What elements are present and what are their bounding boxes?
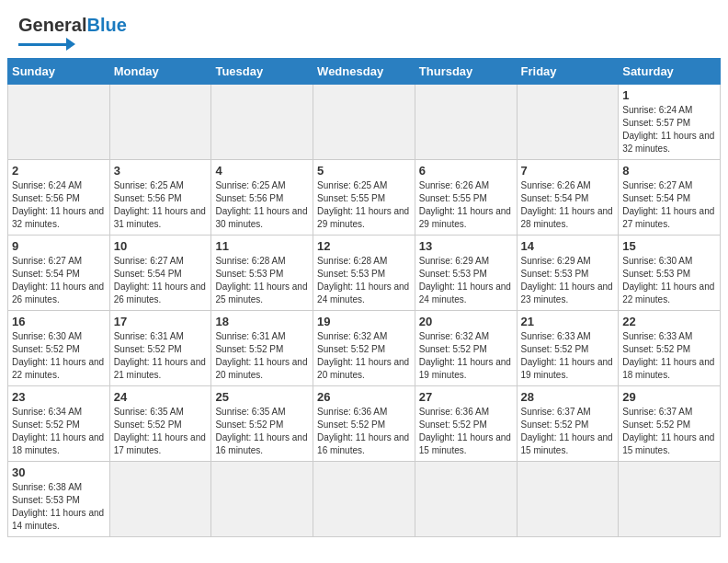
day-number: 19	[317, 315, 411, 328]
day-info: Sunrise: 6:27 AMSunset: 5:54 PMDaylight:…	[114, 255, 208, 306]
col-thursday: Thursday	[415, 59, 517, 85]
table-row: 28Sunrise: 6:37 AMSunset: 5:52 PMDayligh…	[517, 386, 619, 462]
day-info: Sunrise: 6:35 AMSunset: 5:52 PMDaylight:…	[114, 406, 208, 457]
day-number: 26	[317, 390, 411, 404]
table-row: 21Sunrise: 6:33 AMSunset: 5:52 PMDayligh…	[517, 311, 619, 386]
table-row: 20Sunrise: 6:32 AMSunset: 5:52 PMDayligh…	[415, 311, 517, 386]
day-number: 30	[12, 465, 106, 479]
table-row: 11Sunrise: 6:28 AMSunset: 5:53 PMDayligh…	[211, 236, 313, 311]
table-row: 30Sunrise: 6:38 AMSunset: 5:53 PMDayligh…	[8, 462, 110, 537]
day-number: 16	[12, 315, 106, 328]
page: General Blue Sunday Monday Tuesday We	[0, 0, 728, 563]
table-row	[8, 85, 110, 160]
day-number: 12	[317, 239, 411, 253]
day-number: 13	[419, 239, 513, 253]
day-info: Sunrise: 6:27 AMSunset: 5:54 PMDaylight:…	[622, 179, 716, 231]
day-number: 28	[521, 390, 615, 404]
day-info: Sunrise: 6:26 AMSunset: 5:55 PMDaylight:…	[419, 179, 513, 231]
table-row	[415, 462, 517, 537]
day-info: Sunrise: 6:30 AMSunset: 5:53 PMDaylight:…	[622, 255, 716, 306]
day-number: 2	[12, 164, 106, 178]
table-row	[109, 462, 211, 537]
day-info: Sunrise: 6:32 AMSunset: 5:52 PMDaylight:…	[317, 330, 411, 382]
calendar-week-row: 9Sunrise: 6:27 AMSunset: 5:54 PMDaylight…	[8, 236, 721, 311]
col-wednesday: Wednesday	[313, 59, 415, 85]
col-sunday: Sunday	[8, 59, 110, 85]
calendar-week-row: 1Sunrise: 6:24 AMSunset: 5:57 PMDaylight…	[8, 85, 721, 160]
day-info: Sunrise: 6:31 AMSunset: 5:52 PMDaylight:…	[215, 330, 309, 382]
day-number: 24	[114, 390, 208, 404]
table-row: 23Sunrise: 6:34 AMSunset: 5:52 PMDayligh…	[8, 386, 110, 462]
day-number: 6	[419, 164, 513, 178]
day-info: Sunrise: 6:28 AMSunset: 5:53 PMDaylight:…	[215, 255, 309, 306]
day-info: Sunrise: 6:33 AMSunset: 5:52 PMDaylight:…	[521, 330, 615, 382]
table-row: 7Sunrise: 6:26 AMSunset: 5:54 PMDaylight…	[517, 160, 619, 236]
day-number: 14	[521, 239, 615, 253]
col-tuesday: Tuesday	[211, 59, 313, 85]
day-number: 18	[215, 315, 309, 328]
day-number: 5	[317, 164, 411, 178]
calendar-week-row: 2Sunrise: 6:24 AMSunset: 5:56 PMDaylight…	[8, 160, 721, 236]
day-info: Sunrise: 6:28 AMSunset: 5:53 PMDaylight:…	[317, 255, 411, 306]
table-row: 1Sunrise: 6:24 AMSunset: 5:57 PMDaylight…	[619, 85, 721, 160]
day-info: Sunrise: 6:30 AMSunset: 5:52 PMDaylight:…	[12, 330, 106, 382]
table-row: 3Sunrise: 6:25 AMSunset: 5:56 PMDaylight…	[109, 160, 211, 236]
day-number: 25	[215, 390, 309, 404]
day-number: 27	[419, 390, 513, 404]
table-row	[517, 85, 619, 160]
table-row: 16Sunrise: 6:30 AMSunset: 5:52 PMDayligh…	[8, 311, 110, 386]
day-info: Sunrise: 6:29 AMSunset: 5:53 PMDaylight:…	[419, 255, 513, 306]
logo-blue: Blue	[86, 15, 126, 36]
calendar-week-row: 23Sunrise: 6:34 AMSunset: 5:52 PMDayligh…	[8, 386, 721, 462]
day-info: Sunrise: 6:25 AMSunset: 5:56 PMDaylight:…	[114, 179, 208, 231]
table-row: 17Sunrise: 6:31 AMSunset: 5:52 PMDayligh…	[109, 311, 211, 386]
day-info: Sunrise: 6:24 AMSunset: 5:57 PMDaylight:…	[622, 104, 716, 155]
table-row: 25Sunrise: 6:35 AMSunset: 5:52 PMDayligh…	[211, 386, 313, 462]
table-row: 10Sunrise: 6:27 AMSunset: 5:54 PMDayligh…	[109, 236, 211, 311]
logo: General Blue	[18, 15, 127, 51]
table-row: 29Sunrise: 6:37 AMSunset: 5:52 PMDayligh…	[619, 386, 721, 462]
day-info: Sunrise: 6:26 AMSunset: 5:54 PMDaylight:…	[521, 179, 615, 231]
day-info: Sunrise: 6:36 AMSunset: 5:52 PMDaylight:…	[317, 406, 411, 457]
day-number: 7	[521, 164, 615, 178]
table-row: 26Sunrise: 6:36 AMSunset: 5:52 PMDayligh…	[313, 386, 415, 462]
day-number: 9	[12, 239, 106, 253]
table-row: 8Sunrise: 6:27 AMSunset: 5:54 PMDaylight…	[619, 160, 721, 236]
day-info: Sunrise: 6:33 AMSunset: 5:52 PMDaylight:…	[622, 330, 716, 382]
col-saturday: Saturday	[619, 59, 721, 85]
day-number: 22	[622, 315, 716, 328]
calendar-container: Sunday Monday Tuesday Wednesday Thursday…	[0, 58, 728, 545]
calendar-table: Sunday Monday Tuesday Wednesday Thursday…	[7, 58, 721, 537]
day-number: 23	[12, 390, 106, 404]
table-row: 9Sunrise: 6:27 AMSunset: 5:54 PMDaylight…	[8, 236, 110, 311]
table-row	[517, 462, 619, 537]
day-info: Sunrise: 6:27 AMSunset: 5:54 PMDaylight:…	[12, 255, 106, 306]
table-row: 27Sunrise: 6:36 AMSunset: 5:52 PMDayligh…	[415, 386, 517, 462]
day-info: Sunrise: 6:24 AMSunset: 5:56 PMDaylight:…	[12, 179, 106, 231]
day-info: Sunrise: 6:37 AMSunset: 5:52 PMDaylight:…	[622, 406, 716, 457]
table-row	[211, 85, 313, 160]
table-row	[415, 85, 517, 160]
table-row	[211, 462, 313, 537]
day-number: 10	[114, 239, 208, 253]
table-row: 14Sunrise: 6:29 AMSunset: 5:53 PMDayligh…	[517, 236, 619, 311]
day-info: Sunrise: 6:36 AMSunset: 5:52 PMDaylight:…	[419, 406, 513, 457]
calendar-week-row: 16Sunrise: 6:30 AMSunset: 5:52 PMDayligh…	[8, 311, 721, 386]
table-row: 2Sunrise: 6:24 AMSunset: 5:56 PMDaylight…	[8, 160, 110, 236]
day-number: 20	[419, 315, 513, 328]
day-number: 1	[622, 88, 716, 102]
table-row	[313, 462, 415, 537]
table-row: 5Sunrise: 6:25 AMSunset: 5:55 PMDaylight…	[313, 160, 415, 236]
day-info: Sunrise: 6:37 AMSunset: 5:52 PMDaylight:…	[521, 406, 615, 457]
col-monday: Monday	[109, 59, 211, 85]
day-number: 3	[114, 164, 208, 178]
day-info: Sunrise: 6:34 AMSunset: 5:52 PMDaylight:…	[12, 406, 106, 457]
table-row	[619, 462, 721, 537]
table-row: 6Sunrise: 6:26 AMSunset: 5:55 PMDaylight…	[415, 160, 517, 236]
day-info: Sunrise: 6:32 AMSunset: 5:52 PMDaylight:…	[419, 330, 513, 382]
table-row: 13Sunrise: 6:29 AMSunset: 5:53 PMDayligh…	[415, 236, 517, 311]
day-info: Sunrise: 6:29 AMSunset: 5:53 PMDaylight:…	[521, 255, 615, 306]
header: General Blue	[0, 0, 728, 58]
day-info: Sunrise: 6:31 AMSunset: 5:52 PMDaylight:…	[114, 330, 208, 382]
day-info: Sunrise: 6:35 AMSunset: 5:52 PMDaylight:…	[215, 406, 309, 457]
